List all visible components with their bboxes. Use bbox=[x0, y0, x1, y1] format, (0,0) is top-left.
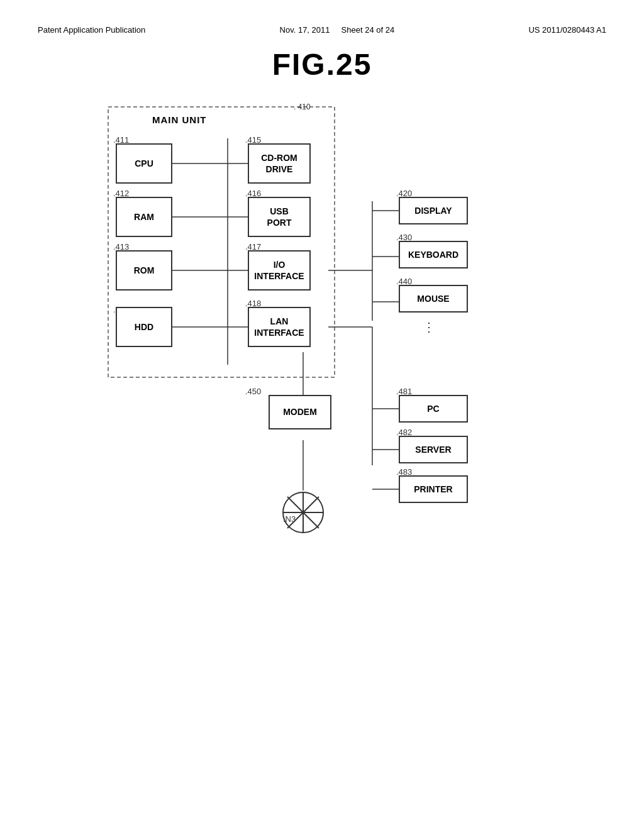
continuation-dots: ⋮ bbox=[423, 319, 436, 335]
lan-interface-block: LAN INTERFACE bbox=[248, 307, 311, 347]
ref-450: .450 bbox=[245, 387, 261, 396]
header-center: Nov. 17, 2011 Sheet 24 of 24 bbox=[280, 25, 395, 35]
header-right: US 2011/0280443 A1 bbox=[528, 25, 606, 35]
publication-label: Patent Application Publication bbox=[38, 25, 145, 35]
diagram-area: . 410 MAIN UNIT .411 CPU .415 CD-ROM DRI… bbox=[102, 101, 542, 667]
usb-block: USB PORT bbox=[248, 197, 311, 237]
display-block: DISPLAY bbox=[399, 197, 468, 224]
mouse-block: MOUSE bbox=[399, 285, 468, 313]
modem-block: MODEM bbox=[269, 395, 331, 429]
keyboard-block: KEYBOARD bbox=[399, 241, 468, 268]
pc-block: PC bbox=[399, 395, 468, 423]
rom-block: ROM bbox=[116, 250, 172, 290]
patent-number: US 2011/0280443 A1 bbox=[528, 25, 606, 35]
page-header: Patent Application Publication Nov. 17, … bbox=[38, 25, 606, 35]
hdd-block: HDD bbox=[116, 307, 172, 347]
io-interface-block: I/O INTERFACE bbox=[248, 250, 311, 290]
printer-block: PRINTER bbox=[399, 475, 468, 503]
figure-title: FIG.25 bbox=[38, 47, 606, 82]
header-left: Patent Application Publication bbox=[38, 25, 145, 35]
network-node-svg bbox=[281, 490, 325, 534]
ram-block: RAM bbox=[116, 197, 172, 237]
server-block: SERVER bbox=[399, 436, 468, 463]
diagram-svg bbox=[102, 101, 542, 667]
date-label: Nov. 17, 2011 bbox=[280, 25, 330, 35]
page: Patent Application Publication Nov. 17, … bbox=[0, 0, 644, 830]
cpu-block: CPU bbox=[116, 143, 172, 184]
main-unit-label: MAIN UNIT bbox=[152, 114, 207, 125]
ref-410: . 410 bbox=[294, 102, 311, 111]
sheet-label: Sheet 24 of 24 bbox=[341, 25, 395, 35]
cdrom-block: CD-ROM DRIVE bbox=[248, 143, 311, 184]
